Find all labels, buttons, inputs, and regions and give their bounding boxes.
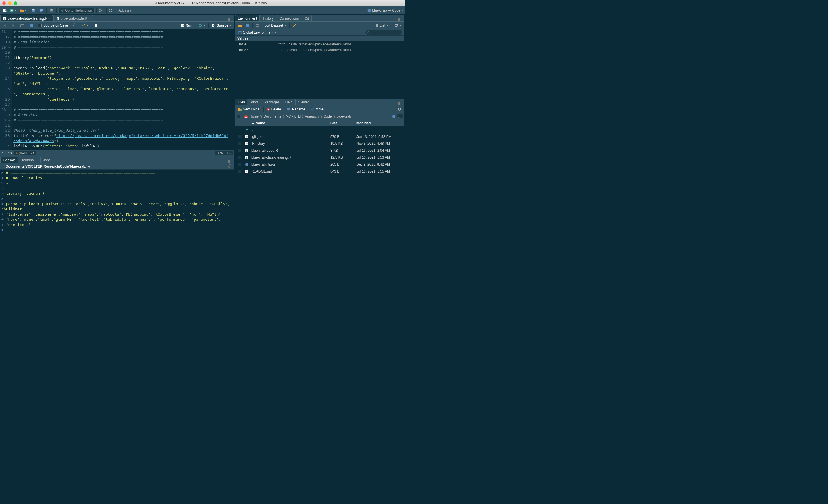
file-checkbox[interactable] (238, 135, 241, 138)
addins-menu[interactable]: Addins (117, 8, 133, 12)
files-tab-help[interactable]: Help (283, 99, 295, 105)
compile-report-button[interactable] (93, 23, 99, 28)
maximize-pane-icon[interactable] (399, 102, 403, 105)
file-name[interactable]: README.md (250, 169, 329, 173)
files-tab-files[interactable]: Files (235, 99, 247, 105)
minimize-pane-icon[interactable] (395, 18, 399, 22)
refresh-files-button[interactable] (397, 107, 403, 112)
source-on-save-checkbox[interactable] (38, 24, 42, 27)
language-selector[interactable]: R Script ⇅ (215, 151, 233, 155)
breadcrumb-item[interactable]: VCR LTER Research (286, 115, 319, 119)
project-menu[interactable]: blue-crab — Code ▾ (367, 8, 403, 12)
code-tools-button[interactable] (80, 23, 89, 28)
load-workspace-button[interactable] (237, 23, 243, 28)
select-all-checkbox[interactable] (237, 115, 240, 118)
console-output[interactable]: > # ====================================… (0, 170, 235, 246)
env-row[interactable]: infile1"http://pasta.lternet.edu/package… (235, 41, 405, 47)
file-checkbox[interactable] (238, 163, 241, 166)
console-tab-jobs[interactable]: Jobs× (40, 157, 56, 163)
close-tab-icon[interactable]: × (36, 158, 37, 162)
refresh-env-button[interactable] (393, 23, 403, 28)
run-button[interactable]: Run (179, 23, 194, 28)
file-checkbox[interactable] (238, 142, 241, 145)
file-checkbox[interactable] (238, 156, 241, 159)
editor-tab[interactable]: blue-crab-code.R× (53, 15, 93, 22)
rename-file-button[interactable]: Rename (286, 107, 306, 112)
close-window-button[interactable] (2, 1, 6, 5)
import-dataset-button[interactable]: Import Dataset (254, 23, 288, 28)
delete-file-button[interactable]: Delete (265, 107, 282, 112)
project-icon[interactable] (392, 115, 396, 119)
breadcrumb-item[interactable]: Home (249, 115, 259, 119)
env-search-input[interactable] (365, 30, 403, 35)
maximize-pane-icon[interactable] (229, 18, 233, 22)
close-tab-icon[interactable]: × (49, 17, 50, 20)
maximize-pane-icon[interactable] (229, 160, 233, 163)
file-name[interactable]: blue-crab-data-cleaning.R (250, 156, 329, 160)
zoom-window-button[interactable] (14, 1, 17, 5)
files-tab-viewer[interactable]: Viewer (295, 99, 311, 105)
tools-button[interactable] (98, 7, 105, 13)
file-row-updir[interactable]: .. (235, 126, 405, 133)
env-tab-history[interactable]: History (260, 15, 276, 22)
close-tab-icon[interactable]: × (88, 17, 90, 20)
console-tab-console[interactable]: Console (0, 157, 18, 163)
file-row[interactable]: blue-crab-data-cleaning.R12.5 KBJul 13, … (235, 154, 405, 161)
breadcrumb-item[interactable]: Code (324, 115, 332, 119)
file-row[interactable]: README.md843 BJul 13, 2021, 1:55 AM (235, 168, 405, 175)
more-path-button[interactable]: … (397, 115, 403, 119)
file-checkbox[interactable] (238, 170, 241, 173)
file-name[interactable]: .Rhistory (250, 141, 329, 145)
breadcrumb-item[interactable]: blue-crab (336, 115, 351, 119)
print-button[interactable] (48, 7, 55, 13)
file-row[interactable]: .Rhistory19.5 KBNov 3, 2021, 4:48 PM (235, 140, 405, 147)
env-scope-selector[interactable]: Global Environment (237, 30, 278, 35)
find-button[interactable] (72, 23, 78, 28)
save-file-button[interactable] (29, 23, 34, 28)
env-tab-connections[interactable]: Connections (277, 15, 301, 22)
files-sort-size[interactable]: Size (329, 121, 355, 125)
rerun-button[interactable] (197, 23, 207, 28)
minimize-pane-icon[interactable] (224, 160, 229, 163)
console-tab-terminal[interactable]: Terminal× (19, 157, 40, 163)
close-tab-icon[interactable]: × (52, 158, 53, 162)
files-sort-modified[interactable]: Modified (355, 121, 405, 125)
file-name[interactable]: blue-crab.Rproj (250, 162, 329, 166)
goto-file-function-input[interactable]: Go to file/function (58, 7, 94, 13)
clear-console-button[interactable] (227, 164, 232, 169)
maximize-pane-icon[interactable] (399, 18, 403, 22)
env-row[interactable]: infile2"http://pasta.lternet.edu/package… (235, 47, 405, 53)
file-row[interactable]: blue-crab-code.R3 KBJul 13, 2021, 2:04 A… (235, 147, 405, 154)
new-folder-button[interactable]: New Folder (237, 107, 262, 112)
back-button[interactable] (2, 23, 8, 28)
files-sort-name[interactable]: ▲ Name (250, 121, 329, 125)
file-checkbox[interactable] (238, 149, 241, 152)
save-all-button[interactable] (38, 7, 44, 13)
save-button[interactable] (30, 7, 36, 13)
minimize-window-button[interactable] (8, 1, 11, 5)
show-in-new-window-button[interactable] (19, 23, 25, 28)
env-tab-git[interactable]: Git (302, 15, 312, 22)
breadcrumb-item[interactable]: Documents (264, 115, 281, 119)
console-path-arrow-icon[interactable]: ➜ (88, 164, 90, 168)
clear-env-button[interactable] (291, 23, 298, 28)
new-project-button[interactable] (10, 7, 16, 13)
file-row[interactable]: blue-crab.Rproj205 BDec 9, 2021, 8:42 PM (235, 161, 405, 168)
files-tab-packages[interactable]: Packages (262, 99, 282, 105)
save-workspace-button[interactable] (245, 23, 251, 28)
files-tab-plots[interactable]: Plots (248, 99, 261, 105)
code-editor[interactable]: 16 ▾171819 ▾202122232425262728 ▾2930 ▾31… (0, 29, 235, 150)
section-selector[interactable]: #(Untitled) ⇅ (14, 151, 37, 155)
more-files-button[interactable]: More (310, 107, 328, 112)
minimize-pane-icon[interactable] (224, 18, 229, 22)
env-tab-environment[interactable]: Environment (235, 15, 260, 22)
editor-tab[interactable]: blue-crab-data-cleaning.R× (0, 15, 53, 22)
list-view-button[interactable]: List (374, 23, 389, 28)
forward-button[interactable] (9, 23, 15, 28)
grid-button[interactable] (109, 7, 115, 13)
home-icon[interactable] (244, 115, 248, 119)
open-file-button[interactable] (20, 7, 26, 13)
file-name[interactable]: .gitignore (250, 135, 329, 139)
source-button[interactable]: Source (210, 23, 233, 28)
file-row[interactable]: .gitignore570 BJun 13, 2021, 9:53 PM (235, 133, 405, 140)
